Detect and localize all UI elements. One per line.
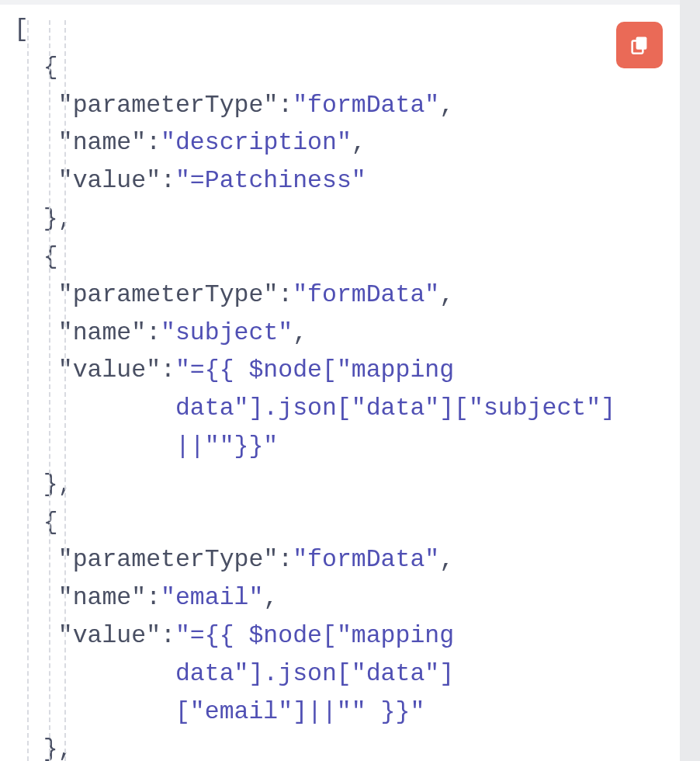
copy-icon [628,33,651,57]
copy-button[interactable] [616,22,663,68]
page-root: [ { "parameterType":"formData", "name":"… [0,0,700,761]
code-block: [ { "parameterType":"formData", "name":"… [0,0,680,761]
code-content: [ { "parameterType":"formData", "name":"… [0,11,680,761]
svg-rect-0 [636,36,647,49]
